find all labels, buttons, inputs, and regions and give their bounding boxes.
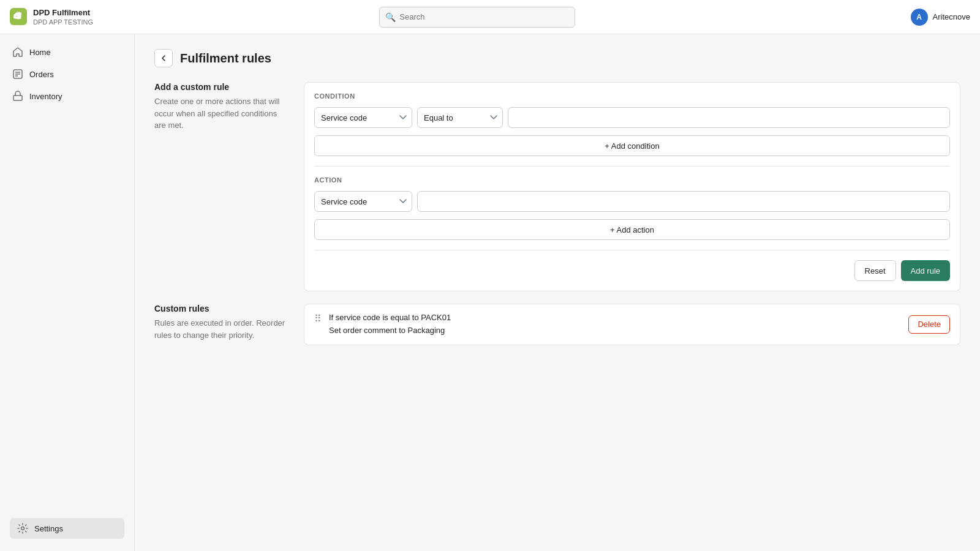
avatar: A bbox=[911, 9, 928, 26]
search-input[interactable] bbox=[379, 7, 575, 28]
reset-button[interactable]: Reset bbox=[854, 260, 896, 281]
shopify-logo-icon bbox=[10, 8, 27, 25]
form-actions: Reset Add rule bbox=[314, 260, 950, 281]
condition-value-input[interactable] bbox=[508, 107, 950, 128]
search-wrapper: 🔍 bbox=[379, 7, 624, 28]
condition-operator-select[interactable]: Equal to bbox=[417, 107, 503, 128]
orders-icon bbox=[12, 69, 23, 80]
svg-rect-5 bbox=[13, 96, 22, 100]
sidebar-item-inventory[interactable]: Inventory bbox=[5, 86, 129, 107]
btn-divider bbox=[314, 250, 950, 250]
sidebar-inventory-label: Inventory bbox=[29, 92, 62, 101]
main-content: Fulfilment rules Add a custom rule Creat… bbox=[135, 34, 980, 551]
app-info: DPD Fulfilment DPD APP TESTING bbox=[33, 8, 93, 26]
condition-label: CONDITION bbox=[314, 92, 950, 100]
table-row: ⠿ If service code is equal to PACK01 Set… bbox=[304, 304, 960, 345]
add-condition-label: + Add condition bbox=[605, 141, 659, 151]
add-condition-button[interactable]: + Add condition bbox=[314, 135, 950, 156]
sidebar-bottom: Settings bbox=[5, 513, 129, 544]
add-action-button[interactable]: + Add action bbox=[314, 219, 950, 240]
add-rule-form: CONDITION Service code Equal to + Add co… bbox=[304, 82, 960, 304]
add-rule-desc: Create one or more actions that will occ… bbox=[154, 96, 289, 132]
settings-label: Settings bbox=[34, 524, 63, 533]
add-rule-description: Add a custom rule Create one or more act… bbox=[154, 82, 289, 304]
sidebar-nav: Home Orders Inventory bbox=[5, 42, 129, 107]
custom-rules-desc: Rules are executed in order. Reorder rul… bbox=[154, 317, 289, 341]
rule-text-block: If service code is equal to PACK01 Set o… bbox=[329, 312, 451, 337]
username-label: Aritecnove bbox=[933, 12, 970, 21]
layout: Home Orders Inventory Settings bbox=[0, 34, 980, 551]
page-header: Fulfilment rules bbox=[154, 49, 960, 67]
app-name: DPD Fulfilment bbox=[33, 8, 93, 18]
delete-button[interactable]: Delete bbox=[908, 315, 950, 334]
condition-field-select[interactable]: Service code bbox=[314, 107, 412, 128]
sidebar-item-home[interactable]: Home bbox=[5, 42, 129, 62]
action-value-input[interactable] bbox=[417, 191, 950, 212]
rule-action-text: Set order comment to Packaging bbox=[329, 324, 451, 337]
inventory-icon bbox=[12, 91, 23, 102]
topbar-search-area: 🔍 bbox=[379, 7, 624, 28]
condition-row: Service code Equal to bbox=[314, 107, 950, 128]
custom-rules-list: ⠿ If service code is equal to PACK01 Set… bbox=[304, 304, 960, 345]
action-row: Service code bbox=[314, 191, 950, 212]
home-icon bbox=[12, 47, 23, 58]
action-label: ACTION bbox=[314, 176, 950, 184]
custom-rules-title: Custom rules bbox=[154, 304, 289, 313]
page-title: Fulfilment rules bbox=[180, 51, 271, 66]
drag-handle-icon[interactable]: ⠿ bbox=[314, 313, 322, 324]
add-action-label: + Add action bbox=[610, 225, 654, 234]
topbar: DPD Fulfilment DPD APP TESTING 🔍 A Arite… bbox=[0, 0, 980, 34]
settings-icon bbox=[17, 523, 28, 534]
add-rule-title: Add a custom rule bbox=[154, 82, 289, 92]
search-icon: 🔍 bbox=[385, 12, 396, 22]
topbar-right: A Aritecnove bbox=[911, 9, 970, 26]
back-button[interactable] bbox=[154, 49, 173, 67]
sidebar-home-label: Home bbox=[29, 48, 51, 57]
condition-action-card: CONDITION Service code Equal to + Add co… bbox=[304, 82, 960, 291]
add-custom-rule-section: Add a custom rule Create one or more act… bbox=[154, 82, 960, 304]
sidebar-item-settings[interactable]: Settings bbox=[10, 518, 124, 539]
form-divider bbox=[314, 166, 950, 167]
sidebar-orders-label: Orders bbox=[29, 70, 54, 79]
custom-rules-description: Custom rules Rules are executed in order… bbox=[154, 304, 289, 345]
rule-condition-text: If service code is equal to PACK01 bbox=[329, 312, 451, 324]
sidebar-item-orders[interactable]: Orders bbox=[5, 64, 129, 84]
custom-rules-section: Custom rules Rules are executed in order… bbox=[154, 304, 960, 345]
add-rule-button[interactable]: Add rule bbox=[901, 260, 950, 281]
app-subtitle: DPD APP TESTING bbox=[33, 18, 93, 26]
rule-content: ⠿ If service code is equal to PACK01 Set… bbox=[314, 312, 908, 337]
action-field-select[interactable]: Service code bbox=[314, 191, 412, 212]
sidebar: Home Orders Inventory Settings bbox=[0, 34, 135, 551]
topbar-left: DPD Fulfilment DPD APP TESTING bbox=[10, 8, 93, 26]
svg-point-6 bbox=[21, 527, 24, 530]
